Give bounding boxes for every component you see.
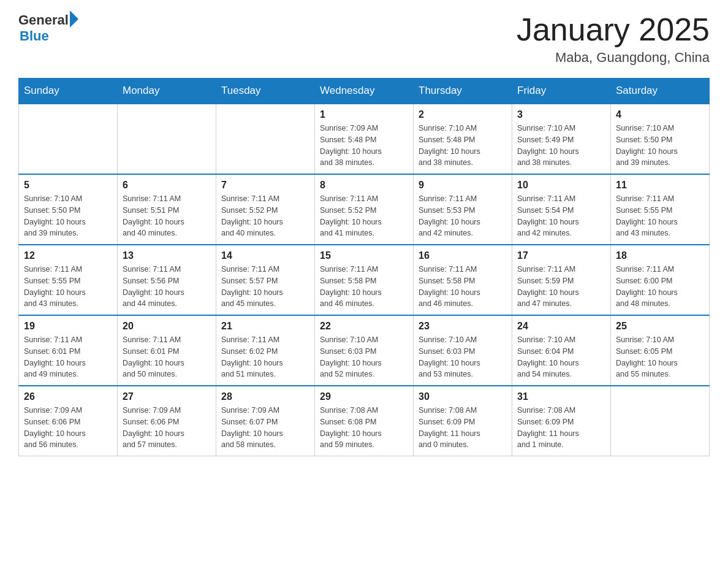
- day-number: 22: [320, 321, 408, 332]
- day-number: 10: [517, 180, 605, 191]
- day-number: 24: [517, 321, 605, 332]
- day-info: Sunrise: 7:11 AM Sunset: 5:53 PM Dayligh…: [419, 193, 507, 239]
- day-number: 17: [517, 250, 605, 261]
- day-info: Sunrise: 7:09 AM Sunset: 6:06 PM Dayligh…: [123, 405, 211, 451]
- day-info: Sunrise: 7:10 AM Sunset: 5:50 PM Dayligh…: [616, 123, 704, 169]
- day-number: 5: [24, 180, 112, 191]
- calendar-cell: 30Sunrise: 7:08 AM Sunset: 6:09 PM Dayli…: [414, 386, 512, 456]
- day-number: 7: [221, 180, 309, 191]
- calendar-cell: 18Sunrise: 7:11 AM Sunset: 6:00 PM Dayli…: [611, 245, 710, 315]
- day-info: Sunrise: 7:08 AM Sunset: 6:09 PM Dayligh…: [419, 405, 507, 451]
- calendar-cell: 29Sunrise: 7:08 AM Sunset: 6:08 PM Dayli…: [315, 386, 414, 456]
- day-info: Sunrise: 7:11 AM Sunset: 5:51 PM Dayligh…: [123, 193, 211, 239]
- day-info: Sunrise: 7:08 AM Sunset: 6:09 PM Dayligh…: [517, 405, 605, 451]
- column-header-tuesday: Tuesday: [216, 79, 315, 104]
- calendar-cell: 4Sunrise: 7:10 AM Sunset: 5:50 PM Daylig…: [611, 104, 710, 174]
- day-number: 3: [517, 109, 605, 120]
- calendar-cell: 24Sunrise: 7:10 AM Sunset: 6:04 PM Dayli…: [512, 315, 611, 386]
- calendar-cell: 11Sunrise: 7:11 AM Sunset: 5:55 PM Dayli…: [611, 174, 710, 245]
- week-row-1: 1Sunrise: 7:09 AM Sunset: 5:48 PM Daylig…: [19, 104, 710, 174]
- calendar-cell: 17Sunrise: 7:11 AM Sunset: 5:59 PM Dayli…: [512, 245, 611, 315]
- calendar-cell: 31Sunrise: 7:08 AM Sunset: 6:09 PM Dayli…: [512, 386, 611, 456]
- day-info: Sunrise: 7:11 AM Sunset: 5:55 PM Dayligh…: [616, 193, 704, 239]
- calendar-cell: 13Sunrise: 7:11 AM Sunset: 5:56 PM Dayli…: [118, 245, 216, 315]
- logo: General Blue: [18, 12, 78, 44]
- day-info: Sunrise: 7:09 AM Sunset: 5:48 PM Dayligh…: [320, 123, 408, 169]
- day-number: 21: [221, 321, 309, 332]
- day-number: 16: [419, 250, 507, 261]
- day-number: 4: [616, 109, 704, 120]
- calendar-cell: 2Sunrise: 7:10 AM Sunset: 5:48 PM Daylig…: [414, 104, 512, 174]
- logo-text-general: General: [18, 12, 69, 28]
- day-number: 19: [24, 321, 112, 332]
- day-info: Sunrise: 7:11 AM Sunset: 5:56 PM Dayligh…: [123, 264, 211, 310]
- page-header: General Blue January 2025 Maba, Guangdon…: [18, 12, 710, 66]
- day-info: Sunrise: 7:11 AM Sunset: 5:54 PM Dayligh…: [517, 193, 605, 239]
- day-info: Sunrise: 7:09 AM Sunset: 6:06 PM Dayligh…: [24, 405, 112, 451]
- day-number: 25: [616, 321, 704, 332]
- calendar-header-row: SundayMondayTuesdayWednesdayThursdayFrid…: [19, 79, 710, 104]
- column-header-sunday: Sunday: [19, 79, 118, 104]
- calendar-cell: 16Sunrise: 7:11 AM Sunset: 5:58 PM Dayli…: [414, 245, 512, 315]
- logo-triangle-icon: [70, 10, 78, 28]
- month-title: January 2025: [517, 12, 710, 47]
- day-number: 23: [419, 321, 507, 332]
- day-number: 9: [419, 180, 507, 191]
- day-number: 1: [320, 109, 408, 120]
- calendar-cell: 27Sunrise: 7:09 AM Sunset: 6:06 PM Dayli…: [118, 386, 216, 456]
- calendar-table: SundayMondayTuesdayWednesdayThursdayFrid…: [18, 78, 710, 456]
- day-info: Sunrise: 7:11 AM Sunset: 5:58 PM Dayligh…: [419, 264, 507, 310]
- calendar-cell: 6Sunrise: 7:11 AM Sunset: 5:51 PM Daylig…: [118, 174, 216, 245]
- location-title: Maba, Guangdong, China: [517, 50, 710, 66]
- day-number: 18: [616, 250, 704, 261]
- day-info: Sunrise: 7:10 AM Sunset: 5:50 PM Dayligh…: [24, 193, 112, 239]
- calendar-cell: 5Sunrise: 7:10 AM Sunset: 5:50 PM Daylig…: [19, 174, 118, 245]
- calendar-cell: 28Sunrise: 7:09 AM Sunset: 6:07 PM Dayli…: [216, 386, 315, 456]
- day-info: Sunrise: 7:10 AM Sunset: 5:48 PM Dayligh…: [419, 123, 507, 169]
- day-info: Sunrise: 7:10 AM Sunset: 5:49 PM Dayligh…: [517, 123, 605, 169]
- week-row-5: 26Sunrise: 7:09 AM Sunset: 6:06 PM Dayli…: [19, 386, 710, 456]
- calendar-cell: 22Sunrise: 7:10 AM Sunset: 6:03 PM Dayli…: [315, 315, 414, 386]
- calendar-cell: [216, 104, 315, 174]
- calendar-cell: 10Sunrise: 7:11 AM Sunset: 5:54 PM Dayli…: [512, 174, 611, 245]
- day-number: 20: [123, 321, 211, 332]
- day-info: Sunrise: 7:10 AM Sunset: 6:04 PM Dayligh…: [517, 334, 605, 380]
- calendar-cell: 25Sunrise: 7:10 AM Sunset: 6:05 PM Dayli…: [611, 315, 710, 386]
- week-row-2: 5Sunrise: 7:10 AM Sunset: 5:50 PM Daylig…: [19, 174, 710, 245]
- day-info: Sunrise: 7:11 AM Sunset: 6:02 PM Dayligh…: [221, 334, 309, 380]
- calendar-cell: 7Sunrise: 7:11 AM Sunset: 5:52 PM Daylig…: [216, 174, 315, 245]
- calendar-cell: 20Sunrise: 7:11 AM Sunset: 6:01 PM Dayli…: [118, 315, 216, 386]
- column-header-monday: Monday: [118, 79, 216, 104]
- week-row-4: 19Sunrise: 7:11 AM Sunset: 6:01 PM Dayli…: [19, 315, 710, 386]
- day-number: 30: [419, 391, 507, 402]
- column-header-thursday: Thursday: [414, 79, 512, 104]
- week-row-3: 12Sunrise: 7:11 AM Sunset: 5:55 PM Dayli…: [19, 245, 710, 315]
- column-header-wednesday: Wednesday: [315, 79, 414, 104]
- day-number: 29: [320, 391, 408, 402]
- calendar-cell: 15Sunrise: 7:11 AM Sunset: 5:58 PM Dayli…: [315, 245, 414, 315]
- day-info: Sunrise: 7:11 AM Sunset: 5:59 PM Dayligh…: [517, 264, 605, 310]
- calendar-cell: 1Sunrise: 7:09 AM Sunset: 5:48 PM Daylig…: [315, 104, 414, 174]
- day-info: Sunrise: 7:11 AM Sunset: 5:55 PM Dayligh…: [24, 264, 112, 310]
- day-info: Sunrise: 7:10 AM Sunset: 6:03 PM Dayligh…: [419, 334, 507, 380]
- day-info: Sunrise: 7:11 AM Sunset: 5:52 PM Dayligh…: [221, 193, 309, 239]
- day-number: 26: [24, 391, 112, 402]
- calendar-cell: [19, 104, 118, 174]
- day-number: 27: [123, 391, 211, 402]
- calendar-cell: [118, 104, 216, 174]
- day-number: 8: [320, 180, 408, 191]
- calendar-cell: 3Sunrise: 7:10 AM Sunset: 5:49 PM Daylig…: [512, 104, 611, 174]
- day-info: Sunrise: 7:08 AM Sunset: 6:08 PM Dayligh…: [320, 405, 408, 451]
- title-block: January 2025 Maba, Guangdong, China: [517, 12, 710, 66]
- calendar-cell: 26Sunrise: 7:09 AM Sunset: 6:06 PM Dayli…: [19, 386, 118, 456]
- day-info: Sunrise: 7:11 AM Sunset: 5:57 PM Dayligh…: [221, 264, 309, 310]
- logo-text-blue: Blue: [20, 28, 49, 44]
- day-number: 15: [320, 250, 408, 261]
- day-number: 31: [517, 391, 605, 402]
- day-info: Sunrise: 7:11 AM Sunset: 5:52 PM Dayligh…: [320, 193, 408, 239]
- day-info: Sunrise: 7:11 AM Sunset: 6:00 PM Dayligh…: [616, 264, 704, 310]
- column-header-friday: Friday: [512, 79, 611, 104]
- day-info: Sunrise: 7:11 AM Sunset: 6:01 PM Dayligh…: [123, 334, 211, 380]
- calendar-cell: 23Sunrise: 7:10 AM Sunset: 6:03 PM Dayli…: [414, 315, 512, 386]
- calendar-cell: 19Sunrise: 7:11 AM Sunset: 6:01 PM Dayli…: [19, 315, 118, 386]
